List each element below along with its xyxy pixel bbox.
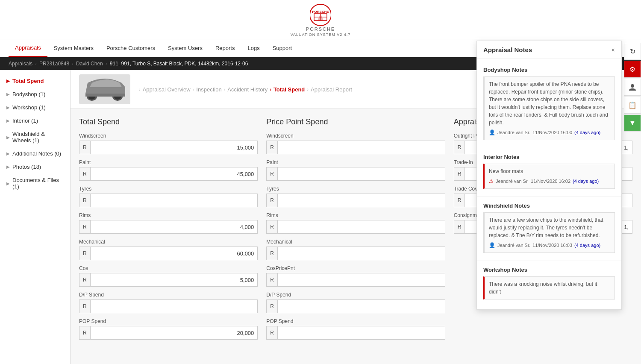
sidebar-item-documents[interactable]: ▶ Documents & Files (1) [0, 173, 70, 193]
pp-field-input-rims: R [266, 220, 445, 234]
step-label-accident-history: Accident History [227, 86, 268, 93]
field-input-cos: R 5,000 [79, 273, 258, 287]
nav-appraisals[interactable]: Appraisals [9, 39, 47, 57]
field-prefix: R [267, 167, 278, 180]
arrow-icon: ▶ [6, 105, 10, 110]
right-tools: ↻ ⚙ 📋 ▼ [624, 43, 641, 132]
breadcrumb-id[interactable]: PR231a0848 [39, 61, 69, 67]
sidebar-item-interior[interactable]: ▶ Interior (1) [0, 114, 70, 127]
nav-porsche-customers[interactable]: Porsche Customers [100, 40, 162, 56]
warning-icon: ⚠ [489, 177, 494, 185]
notes-panel-header: Appraisal Notes × [477, 41, 621, 59]
notes-panel: Appraisal Notes × Bodyshop Notes The fro… [476, 41, 622, 310]
field-value-windscreen[interactable]: 15,000 [91, 144, 258, 151]
notes-section-title-bodyshop: Bodyshop Notes [483, 67, 615, 73]
field-prefix: R [79, 194, 91, 207]
field-value-rims[interactable]: 4,000 [91, 224, 258, 230]
field-prefix: R [79, 220, 91, 233]
note-time-ago-windshield[interactable]: (4 days ago) [574, 242, 600, 249]
notes-close-button[interactable]: × [612, 47, 615, 53]
field-prefix: R [267, 326, 278, 339]
field-label-cos: Cos [79, 265, 258, 271]
pp-field-paint: Paint R [266, 159, 445, 181]
notes-section-workshop: Workshop Notes There was a knocking nois… [477, 263, 621, 305]
nav-reports[interactable]: Reports [209, 40, 241, 56]
step-total-spend[interactable]: › Total Spend [270, 86, 305, 93]
step-label-appraisal-report: Appraisal Report [311, 86, 352, 93]
field-input-pop-spend: R 20,000 [79, 326, 258, 340]
step-label-total-spend: Total Spend [273, 86, 305, 93]
sidebar-item-additional-notes[interactable]: ▶ Additional Notes (0) [0, 147, 70, 160]
field-tyres: Tyres R [79, 186, 258, 207]
field-rims: Rims R 4,000 [79, 212, 258, 234]
step-appraisal-report[interactable]: › Appraisal Report [307, 86, 352, 93]
note-time-ago-interior[interactable]: (4 days ago) [573, 178, 599, 185]
note-box-interior: New floor mats ⚠ Jeandré van Sr. 11/Nov/… [483, 164, 615, 189]
arrow-icon: ▶ [6, 79, 10, 83]
note-timestamp-bodyshop: 11/Nov/2020 16:00 [532, 129, 572, 136]
field-value-cos[interactable]: 5,000 [91, 277, 258, 283]
breadcrumb-vehicle: 911, 991, Turbo S, Basalt Black, PDK, 14… [110, 61, 248, 67]
sidebar-label-interior: Interior (1) [12, 117, 38, 124]
price-point-title: Price Point Spend [266, 117, 445, 126]
note-meta-bodyshop: 👤 Jeandré van Sr. 11/Nov/2020 16:00 (4 d… [489, 129, 610, 136]
sidebar-item-photos[interactable]: ▶ Photos (18) [0, 160, 70, 173]
settings-button[interactable]: ⚙ [624, 61, 641, 78]
field-value-mechanical[interactable]: 60,000 [91, 250, 258, 257]
notes-section-windshield: Windshield Notes There are a few stone c… [477, 199, 621, 258]
step-inspection[interactable]: › Inspection [193, 86, 222, 93]
step-label-appraisal-overview: Appraisal Overview [143, 86, 191, 93]
breadcrumb-appraisals[interactable]: Appraisals [9, 61, 32, 67]
notes-panel-title: Appraisal Notes [483, 46, 532, 53]
car-image [79, 74, 130, 104]
field-dp-spend: D/P Spend R [79, 292, 258, 313]
field-input-paint: R 45,000 [79, 167, 258, 181]
nav-logs[interactable]: Logs [241, 40, 266, 56]
breadcrumb-customer[interactable]: David Chen [76, 61, 103, 67]
step-appraisal-overview[interactable]: › Appraisal Overview [139, 86, 191, 93]
sidebar-item-total-spend[interactable]: ▶ Total Spend [0, 74, 70, 88]
step-arrow-icon: › [270, 87, 271, 92]
pp-field-rims: Rims R [266, 212, 445, 234]
arrow-icon: ▶ [6, 135, 10, 140]
breadcrumb-sep-2: › [72, 61, 74, 67]
refresh-button[interactable]: ↻ [624, 43, 641, 60]
sidebar-item-workshop[interactable]: ▶ Workshop (1) [0, 101, 70, 114]
top-header: PORSCHE PORSCHE VALUATION SYSTEM V2.4.7 [0, 0, 641, 39]
nav-support[interactable]: Support [266, 40, 299, 56]
expand-button[interactable]: ▼ [624, 114, 641, 132]
sidebar-item-bodyshop[interactable]: ▶ Bodyshop (1) [0, 88, 70, 101]
logo-area: PORSCHE PORSCHE VALUATION SYSTEM V2.4.7 [0, 4, 641, 37]
pp-field-label-rims: Rims [266, 212, 445, 218]
note-box-windshield: There are a few stone chips to the winds… [483, 212, 615, 253]
step-accident-history[interactable]: › Accident History [224, 86, 268, 93]
field-value-paint[interactable]: 45,000 [91, 171, 258, 177]
note-time-ago-bodyshop[interactable]: (4 days ago) [574, 129, 600, 136]
avatar-icon: 👤 [489, 241, 495, 249]
pp-field-tyres: Tyres R [266, 186, 445, 207]
pp-field-dp-spend: D/P Spend R [266, 292, 445, 313]
note-author-bodyshop: Jeandré van Sr. [497, 129, 530, 136]
note-meta-interior: ⚠ Jeandré van Sr. 11/Nov/2020 16:02 (4 d… [489, 177, 610, 185]
svg-point-11 [631, 84, 634, 88]
field-label-tyres: Tyres [79, 186, 258, 192]
pp-field-label-tyres: Tyres [266, 186, 445, 192]
notes-section-interior: Interior Notes New floor mats ⚠ Jeandré … [477, 150, 621, 194]
nav-system-users[interactable]: System Users [162, 40, 209, 56]
field-mechanical: Mechanical R 60,000 [79, 239, 258, 260]
field-prefix: R [79, 167, 91, 180]
nav-system-masters[interactable]: System Masters [47, 40, 100, 56]
field-value-pop-spend[interactable]: 20,000 [91, 330, 258, 336]
sidebar-label-photos: Photos (18) [12, 164, 41, 170]
divider [477, 197, 621, 197]
pp-field-label-dp-spend: D/P Spend [266, 292, 445, 298]
user-button[interactable] [624, 79, 641, 96]
field-label-mechanical: Mechanical [79, 239, 258, 245]
field-prefix: R [267, 273, 278, 286]
user-icon [628, 83, 637, 91]
field-input-tyres: R [79, 194, 258, 207]
car-svg [79, 74, 130, 104]
clipboard-button[interactable]: 📋 [624, 97, 641, 114]
sidebar-item-windshield[interactable]: ▶ Windshield & Wheels (1) [0, 127, 70, 147]
field-label-windscreen: Windscreen [79, 133, 258, 139]
